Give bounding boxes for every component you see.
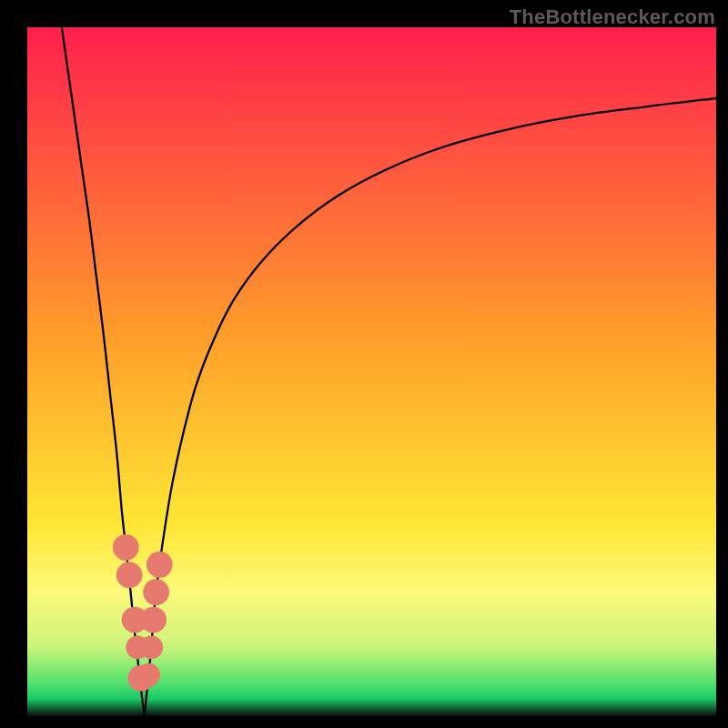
plot-area [27, 27, 716, 716]
marker-dot [139, 635, 163, 659]
marker-dot [136, 663, 160, 687]
marker-dot [116, 561, 143, 588]
marker-dot [143, 579, 169, 605]
marker-dot [140, 607, 167, 633]
curve-markers [113, 534, 173, 692]
chart-stage: TheBottlenecker.com [0, 0, 728, 728]
curve-svg [27, 27, 716, 716]
marker-dot [113, 534, 139, 561]
marker-dot [147, 551, 173, 578]
watermark-text: TheBottlenecker.com [510, 5, 715, 29]
curve-right-branch [145, 98, 716, 716]
